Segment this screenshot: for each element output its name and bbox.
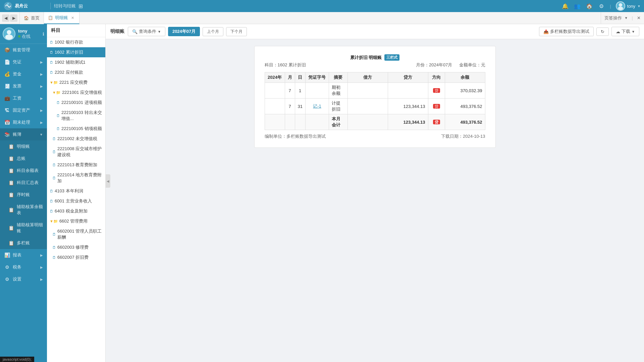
row-2-credit: 123,344.13	[388, 114, 428, 130]
tab-ledger-close[interactable]: ✕	[70, 15, 75, 20]
sidebar-item-tax[interactable]: ⚙ 税务 ▶	[0, 261, 47, 273]
row-2-direction: 贷	[428, 114, 445, 130]
cat-item-1902[interactable]: 🗒 1902 辅助测试1	[47, 57, 105, 67]
sidebar-item-subject-balance[interactable]: 📋 科目余额表	[0, 165, 47, 177]
next-month-btn[interactable]: 下个月	[226, 27, 247, 36]
cat-item-222100105[interactable]: 🗒 222100105 销项税额	[47, 124, 105, 134]
svg-point-2	[619, 3, 622, 6]
col-header-balance: 余额	[445, 72, 485, 83]
cat-leaf-icon-222100103: 🗒	[56, 114, 60, 118]
account-mgmt-icon: 📦	[4, 47, 10, 53]
row-0-direction: 贷	[428, 83, 445, 99]
sidebar-item-subject-summary[interactable]: 📋 科目汇总表	[0, 177, 47, 189]
ledger-card: 累计折旧 明细账 三栏式 科目：1602 累计折旧 月份：2024年07月 金额…	[254, 46, 496, 148]
cat-item-1002[interactable]: 🗒 1002 银行存款	[47, 37, 105, 47]
sidebar-item-settings[interactable]: ⚙ 设置 ▶	[0, 273, 47, 285]
topbar-user[interactable]: tony ▼	[616, 1, 641, 11]
tab-close-all-btn[interactable]: ✕	[637, 15, 641, 20]
voucher-link-1[interactable]: 记-1	[313, 104, 321, 109]
cat-item-4103[interactable]: 🗒 4103 本年利润	[47, 186, 105, 196]
status-bar: javascript:void(0);	[0, 357, 34, 362]
user-menu-icon[interactable]: ⚙	[598, 2, 605, 10]
sidebar-item-voucher[interactable]: 📄 凭证 ▶	[0, 56, 47, 68]
sidebar-item-fixed-assets[interactable]: 🏗 固定资产 ▶	[0, 104, 47, 116]
cat-item-222100103[interactable]: 🗒 222100103 转出未交增值...	[47, 108, 105, 124]
sidebar-user: tony 在线 ℹ	[0, 24, 47, 44]
footer-download-date: 下载日期：2024-10-13	[441, 133, 485, 139]
row-2-balance: 493,376.52	[445, 114, 485, 130]
tabbar-nav: ◀ ▶	[0, 12, 20, 24]
cat-item-2221013[interactable]: 🗒 2221013 教育费附加	[47, 160, 105, 170]
sidebar-item-salary[interactable]: 💼 工资 ▶	[0, 92, 47, 104]
fixed-assets-arrow-icon: ▶	[40, 109, 43, 112]
sidebar-item-ledger[interactable]: 📚 账簿 ▼	[0, 128, 47, 140]
aux-balance-icon: 📋	[8, 207, 14, 213]
cat-leaf-icon-6602003: 🗒	[52, 245, 56, 249]
query-condition-btn[interactable]: 🔍 查询条件 ▼	[128, 27, 165, 36]
fixed-assets-icon: 🏗	[4, 108, 10, 113]
sidebar-user-info: tony 在线	[18, 28, 40, 40]
row-2-summary: 本月会计	[329, 114, 347, 130]
invoice-arrow-icon: ▶	[40, 84, 43, 88]
sidebar-item-detail-ledger[interactable]: 📋 明细账	[0, 140, 47, 153]
sidebar-item-sequence-ledger[interactable]: 📋 序时账	[0, 189, 47, 201]
prev-month-btn[interactable]: 上个月	[203, 27, 223, 36]
cat-item-2202[interactable]: 🗒 2202 应付账款	[47, 67, 105, 77]
cat-item-2221002[interactable]: 🗒 2221002 未交增值税	[47, 134, 105, 144]
cat-item-6403[interactable]: 🗒 6403 税金及附加	[47, 206, 105, 216]
cat-item-2221001[interactable]: ▼📁 2221001 应交增值税	[47, 87, 105, 98]
date-selector-btn[interactable]: 2024年07月	[168, 27, 200, 36]
tab-home[interactable]: 🏠 首页	[20, 12, 44, 24]
sidebar-item-funds[interactable]: 💰 资金 ▶	[0, 68, 47, 80]
sidebar-item-reports[interactable]: 📊 报表 ▶	[0, 249, 47, 261]
sidebar-item-general-ledger[interactable]: 📋 总账	[0, 153, 47, 165]
cat-item-6001[interactable]: 🗒 6001 主营业务收入	[47, 196, 105, 206]
home-icon[interactable]: 🏠	[586, 2, 593, 10]
user-dropdown-icon[interactable]: ▼	[637, 4, 641, 8]
cat-item-222100101[interactable]: 🗒 222100101 进项税额	[47, 98, 105, 108]
sidebar-item-aux-detail[interactable]: 📋 辅助核算明细账	[0, 219, 47, 237]
cat-item-6602007[interactable]: 🗒 6602007 折旧费	[47, 252, 105, 262]
sidebar-item-multi-column[interactable]: 📋 多栏账	[0, 237, 47, 249]
table-row: 7 1 期初余额 贷 370,032.39	[265, 83, 485, 99]
tab-next-btn[interactable]: ▶	[10, 14, 17, 22]
download-btn[interactable]: ☁ 下载 ▼	[611, 27, 639, 36]
cat-item-2221008[interactable]: 🗒 2221008 应交城市维护建设税	[47, 144, 105, 160]
nav-accounting[interactable]: 结转与结账	[54, 3, 76, 9]
cat-leaf-icon-2221002: 🗒	[52, 137, 56, 141]
sidebar-info-icon[interactable]: ℹ	[43, 32, 44, 37]
notification-icon[interactable]: 🔔	[561, 2, 569, 10]
salary-icon: 💼	[4, 96, 10, 101]
refresh-btn[interactable]: ↻	[596, 27, 609, 36]
tab-ops-label[interactable]: 页签操作	[604, 15, 622, 21]
users-icon[interactable]: 👥	[574, 2, 581, 10]
col-header-month: 月	[285, 72, 295, 83]
sidebar-item-invoice[interactable]: 🧾 发票 ▶	[0, 80, 47, 92]
sidebar-item-aux-balance[interactable]: 📋 辅助核算余额表	[0, 201, 47, 219]
row-0-voucher	[305, 83, 329, 99]
tab-prev-btn[interactable]: ◀	[2, 14, 9, 22]
cat-item-2221014[interactable]: 🗒 2221014 地方教育费附加	[47, 170, 105, 186]
cat-item-6602001[interactable]: 🗒 6602001 管理人员职工薪酬	[47, 226, 105, 242]
row-0-day: 1	[295, 83, 305, 99]
reports-icon: 📊	[4, 252, 10, 258]
row-1-voucher: 记-1	[305, 99, 329, 114]
svg-point-1	[7, 3, 9, 4]
detail-ledger-icon: 📋	[8, 144, 14, 149]
cat-item-6602003[interactable]: 🗒 6602003 修理费	[47, 242, 105, 252]
sidebar-item-period-end[interactable]: 📅 期末处理 ▶	[0, 116, 47, 128]
sidebar-item-account-mgmt[interactable]: 📦 账套管理	[0, 44, 47, 56]
tab-ops-dropdown-icon[interactable]: ▼	[625, 16, 628, 20]
cat-item-1602[interactable]: 🗒 1602 累计折旧	[47, 47, 105, 57]
nav-grid-icon[interactable]: ⊞	[78, 3, 83, 9]
cat-item-2221[interactable]: ▼📁 2221 应交税费	[47, 77, 105, 87]
svg-point-3	[618, 7, 623, 10]
panel-collapse-handle[interactable]: ◀	[106, 174, 110, 188]
tab-ledger[interactable]: 📋 明细账 ✕	[44, 12, 79, 24]
cat-item-6602[interactable]: ▼📁 6602 管理费用	[47, 216, 105, 226]
tabbar: ◀ ▶ 🏠 首页 📋 明细账 ✕ 页签操作 ▼ | ✕	[0, 12, 644, 24]
download-dropdown-icon: ▼	[632, 30, 635, 34]
multi-export-btn[interactable]: 📤 多栏账数据导出测试	[539, 27, 594, 36]
row-2-year	[265, 114, 285, 130]
subject-balance-icon: 📋	[8, 168, 14, 173]
